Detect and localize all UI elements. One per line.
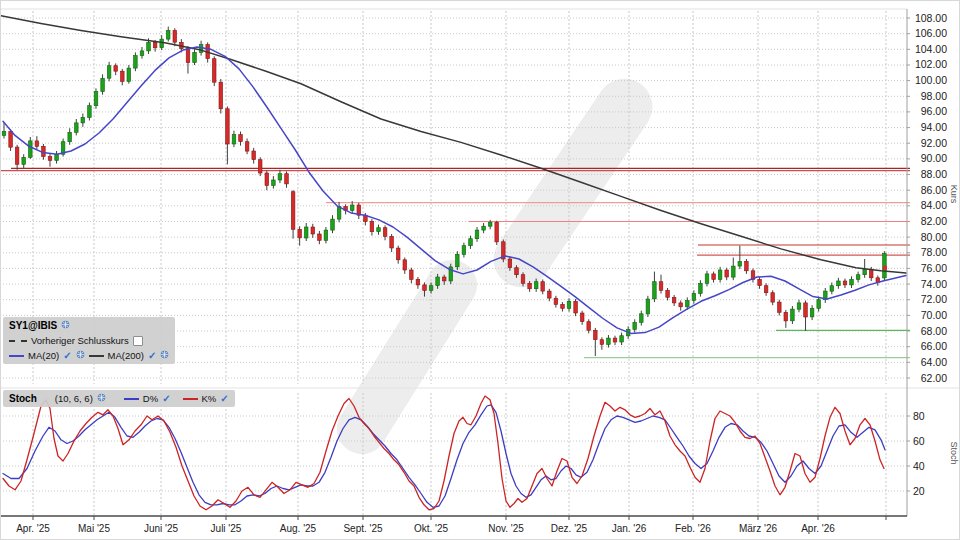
price-and-stoch-chart[interactable]: 108.00106.00104.00102.00100.0098.0096.00…: [1, 1, 960, 540]
svg-text:80: 80: [913, 410, 925, 422]
ma200-checkbox-checked-icon[interactable]: ✓: [148, 351, 156, 361]
stoch-k-label: K%: [202, 393, 217, 404]
stoch-d-checkbox-checked-icon[interactable]: ✓: [162, 394, 170, 404]
svg-text:78.00: 78.00: [921, 246, 947, 258]
svg-text:Apr. '26: Apr. '26: [801, 523, 835, 534]
stoch-d-label: D%: [143, 393, 158, 404]
globe-icon[interactable]: [97, 393, 106, 404]
stoch-params: (10, 6, 6): [55, 393, 93, 404]
ma20-label: MA(20): [28, 350, 59, 361]
svg-text:Dez. '25: Dez. '25: [551, 523, 588, 534]
svg-text:98.00: 98.00: [921, 90, 947, 102]
svg-text:82.00: 82.00: [921, 215, 947, 227]
stoch-title: Stoch: [9, 393, 37, 404]
svg-text:96.00: 96.00: [921, 105, 947, 117]
prev-close-line-swatch: [9, 340, 27, 342]
stoch-legend: Stoch (10, 6, 6) D% ✓ K% ✓: [3, 390, 235, 407]
svg-text:März '26: März '26: [739, 523, 777, 534]
ma200-line: [1, 16, 906, 273]
svg-text:104.00: 104.00: [915, 43, 947, 55]
stoch-d-line: [3, 405, 885, 508]
svg-text:Juni '25: Juni '25: [144, 523, 179, 534]
ma20-line-swatch: [9, 355, 24, 357]
svg-text:Jan. '26: Jan. '26: [612, 523, 647, 534]
svg-text:68.00: 68.00: [921, 325, 947, 337]
svg-text:Aug. '25: Aug. '25: [280, 523, 317, 534]
price-legend-symbol-row: SY1@IBIS: [9, 318, 169, 333]
ma20-checkbox-checked-icon[interactable]: ✓: [63, 351, 71, 361]
svg-text:84.00: 84.00: [921, 199, 947, 211]
svg-text:102.00: 102.00: [915, 58, 947, 70]
stoch-k-checkbox-checked-icon[interactable]: ✓: [220, 394, 228, 404]
svg-text:66.00: 66.00: [921, 340, 947, 352]
svg-text:Feb. '26: Feb. '26: [675, 523, 711, 534]
axis-titles: KursStoch: [949, 185, 959, 465]
globe-icon[interactable]: [76, 350, 85, 361]
svg-text:40: 40: [913, 460, 925, 472]
stoch-k-swatch: [183, 398, 198, 400]
svg-text:88.00: 88.00: [921, 168, 947, 180]
svg-text:100.00: 100.00: [915, 74, 947, 86]
svg-text:90.00: 90.00: [921, 152, 947, 164]
svg-text:Mai '25: Mai '25: [78, 523, 110, 534]
instrument-symbol: SY1@IBIS: [9, 320, 57, 331]
svg-text:86.00: 86.00: [921, 184, 947, 196]
svg-text:64.00: 64.00: [921, 356, 947, 368]
prev-close-checkbox[interactable]: [133, 336, 143, 346]
svg-text:62.00: 62.00: [921, 372, 947, 384]
prev-close-legend-item: Vorheriger Schlusskurs: [9, 333, 169, 348]
svg-text:Apr. '25: Apr. '25: [16, 523, 50, 534]
last-price-marker: [883, 266, 887, 270]
svg-text:Kurs: Kurs: [949, 185, 959, 204]
svg-text:Okt. '25: Okt. '25: [414, 523, 449, 534]
svg-text:92.00: 92.00: [921, 137, 947, 149]
panel-borders: [1, 9, 960, 516]
stoch-k-line: [3, 396, 884, 510]
price-legend: SY1@IBIS Vorheriger Schlusskurs MA(20) ✓…: [3, 317, 175, 364]
svg-text:74.00: 74.00: [921, 278, 947, 290]
chart-window: 108.00106.00104.00102.00100.0098.0096.00…: [0, 0, 960, 540]
svg-text:106.00: 106.00: [915, 27, 947, 39]
stoch-d-swatch: [124, 398, 139, 400]
month-labels: Apr. '25Mai '25Juni '25Juli '25Aug. '25S…: [16, 523, 835, 534]
ma200-label: MA(200): [108, 350, 144, 361]
price-axis-labels: 108.00106.00104.00102.00100.0098.0096.00…: [915, 12, 947, 384]
globe-icon[interactable]: [160, 350, 169, 361]
svg-text:20: 20: [913, 485, 925, 497]
ma-legend-row: MA(20) ✓ MA(200) ✓: [9, 348, 169, 363]
svg-text:Nov. '25: Nov. '25: [488, 523, 524, 534]
globe-icon[interactable]: [61, 320, 70, 331]
svg-text:72.00: 72.00: [921, 293, 947, 305]
svg-text:76.00: 76.00: [921, 262, 947, 274]
prev-close-label: Vorheriger Schlusskurs: [31, 335, 129, 346]
svg-text:Stoch: Stoch: [949, 441, 959, 464]
stoch-axis-labels: 80604020: [913, 410, 925, 497]
svg-text:94.00: 94.00: [921, 121, 947, 133]
svg-text:108.00: 108.00: [915, 12, 947, 24]
svg-text:Sept. '25: Sept. '25: [343, 523, 383, 534]
svg-text:Juli '25: Juli '25: [211, 523, 242, 534]
svg-text:60: 60: [913, 435, 925, 447]
svg-text:70.00: 70.00: [921, 309, 947, 321]
svg-text:80.00: 80.00: [921, 231, 947, 243]
ma200-line-swatch: [89, 355, 104, 357]
